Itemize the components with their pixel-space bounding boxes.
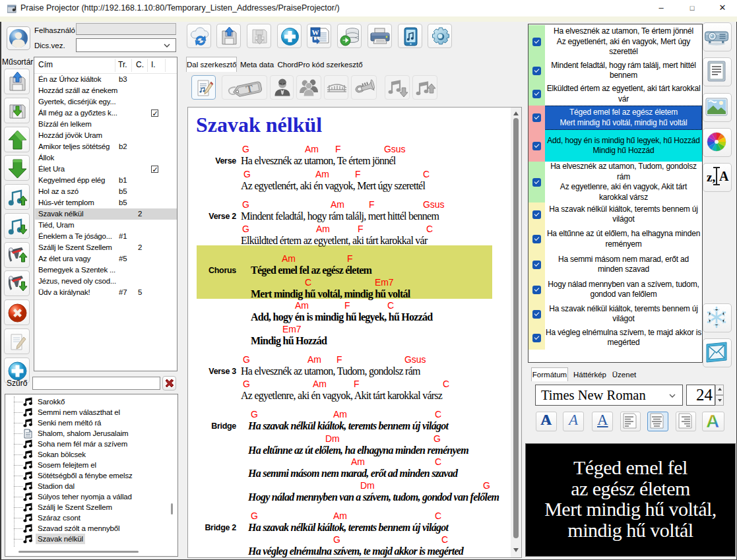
svg-text:A: A xyxy=(706,412,719,429)
svg-text:W: W xyxy=(312,28,319,36)
